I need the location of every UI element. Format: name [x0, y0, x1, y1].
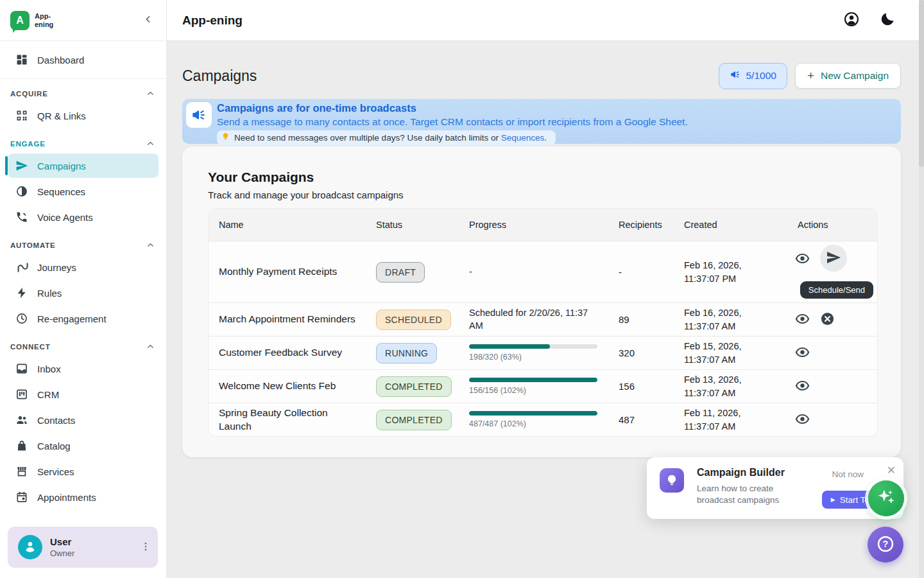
sidebar-item-services[interactable]: Services	[8, 459, 158, 484]
view-button[interactable]	[795, 251, 810, 268]
plus-icon: +	[807, 69, 814, 83]
help-icon: ?	[876, 534, 895, 556]
nav-section-connect: CONNECTInboxCRMContactsCatalogServicesAp…	[0, 332, 166, 509]
actions-cell	[787, 303, 877, 336]
schedule-send-button[interactable]	[820, 245, 847, 272]
sidebar-item-voice-agents[interactable]: Voice Agents	[8, 205, 158, 229]
card-subtitle: Track and manage your broadcast campaign…	[208, 189, 878, 200]
progress-label: 198/320 (63%)	[469, 353, 597, 362]
clock-icon	[15, 312, 28, 325]
section-header-acquire[interactable]: ACQUIRE	[0, 79, 166, 102]
new-campaign-button[interactable]: + New Campaign	[795, 63, 901, 89]
scrollbar-thumb[interactable]	[919, 0, 924, 167]
sidebar-item-qr-links[interactable]: QR & Links	[8, 103, 158, 128]
sidebar-item-label: Campaigns	[37, 161, 86, 171]
actions-cell	[787, 370, 877, 403]
campaign-name: Monthly Payment Receipts	[209, 241, 366, 302]
section-header-automate[interactable]: AUTOMATE	[0, 231, 166, 254]
sequences-icon	[15, 185, 28, 198]
sidebar-item-dashboard[interactable]: Dashboard	[8, 48, 158, 72]
sidebar-item-sequences[interactable]: Sequences	[8, 179, 158, 204]
progress-text: Scheduled for 2/20/26, 11:37 AM	[469, 307, 602, 332]
banner-tip: Need to send messages over multiple days…	[217, 130, 556, 145]
sidebar-item-campaigns[interactable]: Campaigns	[8, 153, 158, 178]
eye-icon	[795, 311, 810, 328]
status-badge: RUNNING	[376, 343, 437, 363]
qr-icon	[15, 109, 28, 122]
store-icon	[15, 465, 28, 478]
column-header-created: Created	[674, 209, 787, 241]
ai-assistant-fab[interactable]	[868, 480, 904, 516]
sidebar-item-journeys[interactable]: Journeys	[8, 255, 158, 279]
campaign-quota-badge[interactable]: 5/1000	[719, 63, 787, 89]
close-icon[interactable]: ✕	[887, 464, 896, 477]
sidebar-header: A App- ening	[0, 0, 166, 41]
tip-suffix: .	[544, 133, 547, 143]
section-header-engage[interactable]: ENGAGE	[0, 129, 166, 152]
sidebar-item-label: Voice Agents	[37, 212, 93, 223]
app-title: App-ening	[182, 13, 243, 28]
help-fab[interactable]: ?	[868, 527, 903, 563]
table-row: March Appointment RemindersSCHEDULEDSche…	[209, 302, 877, 336]
calendar-icon	[15, 491, 28, 504]
sequences-link[interactable]: Sequences	[501, 133, 545, 143]
sidebar-collapse-button[interactable]	[139, 12, 157, 30]
sidebar-item-label: Inbox	[37, 363, 61, 374]
section-label: AUTOMATE	[10, 241, 56, 249]
x-circle-icon	[820, 311, 835, 328]
dark-mode-button[interactable]	[877, 10, 898, 31]
account-button[interactable]	[841, 10, 862, 31]
sidebar-item-catalog[interactable]: Catalog	[8, 434, 158, 458]
status-badge: COMPLETED	[376, 376, 452, 397]
person-circle-icon	[843, 11, 860, 30]
sidebar-item-re-engagement[interactable]: Re-engagement	[8, 306, 158, 331]
sidebar-item-label: Services	[37, 466, 74, 477]
sidebar-item-appointments[interactable]: Appointments	[8, 485, 158, 509]
progress-label: 487/487 (102%)	[469, 419, 597, 428]
voice-icon	[15, 211, 28, 223]
view-button[interactable]	[795, 345, 810, 362]
svg-text:?: ?	[883, 539, 889, 549]
user-card[interactable]: User Owner	[8, 527, 158, 568]
logo-line-2: ening	[35, 21, 53, 29]
campaign-builder-popup: Campaign Builder Learn how to create bro…	[647, 457, 903, 519]
recipients-cell: 89	[608, 303, 674, 336]
campaign-name: Welcome New Clients Feb	[209, 370, 366, 403]
chevron-up-icon	[146, 241, 155, 249]
sidebar-item-contacts[interactable]: Contacts	[8, 408, 158, 432]
nav-section-acquire: ACQUIREQR & Links	[0, 79, 166, 128]
journeys-icon	[15, 261, 28, 274]
not-now-button[interactable]: Not now	[832, 469, 864, 479]
dashboard-icon	[15, 53, 28, 66]
sidebar-item-crm[interactable]: CRM	[8, 382, 158, 407]
section-header-connect[interactable]: CONNECT	[0, 332, 166, 355]
chevron-up-icon	[146, 89, 155, 98]
column-header-name: Name	[209, 209, 366, 241]
column-header-progress: Progress	[459, 209, 608, 241]
progress-label: 156/156 (102%)	[469, 386, 597, 395]
banner-text: Send a message to many contacts at once.…	[217, 116, 688, 128]
progress-bar	[469, 411, 597, 416]
cancel-button[interactable]	[820, 311, 835, 328]
table-row: Customer Feedback SurveyRUNNING198/320 (…	[209, 336, 877, 369]
info-banner: Campaigns are for one-time broadcasts Se…	[182, 99, 901, 144]
view-button[interactable]	[795, 378, 810, 395]
recipients-cell: 156	[608, 370, 674, 403]
view-button[interactable]	[795, 412, 810, 428]
nav-section-engage: ENGAGECampaignsSequencesVoice Agents	[0, 129, 166, 229]
sidebar-item-inbox[interactable]: Inbox	[8, 356, 158, 381]
created-cell: Feb 13, 2026,11:37:07 AM	[674, 370, 787, 403]
sidebar-item-label: Re-engagement	[37, 313, 107, 324]
view-button[interactable]	[795, 311, 810, 328]
sidebar-item-rules[interactable]: Rules	[8, 281, 158, 305]
app-logo-icon: A	[10, 11, 30, 30]
eye-icon	[795, 412, 810, 428]
campaign-name: March Appointment Reminders	[209, 303, 366, 336]
chevron-left-icon	[143, 14, 153, 26]
crm-icon	[15, 388, 28, 401]
scrollbar[interactable]	[919, 0, 924, 578]
column-header-status: Status	[366, 209, 459, 241]
sidebar-item-label: Sequences	[37, 186, 85, 197]
megaphone-icon	[186, 102, 212, 128]
user-menu-button[interactable]	[140, 541, 151, 554]
